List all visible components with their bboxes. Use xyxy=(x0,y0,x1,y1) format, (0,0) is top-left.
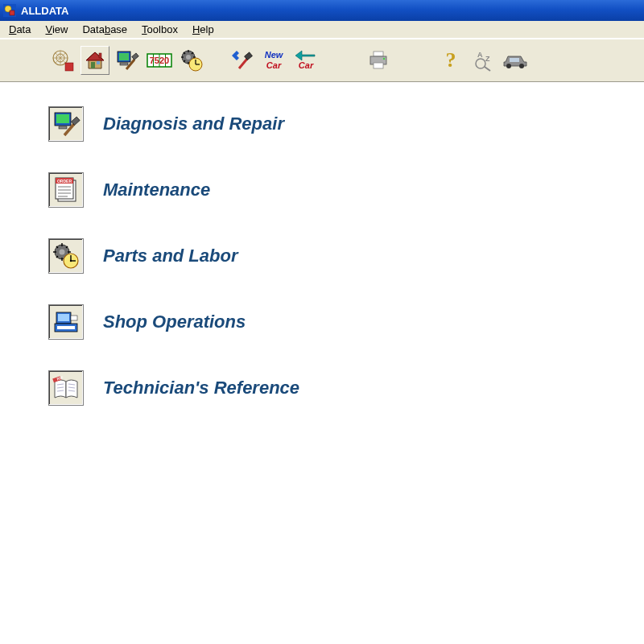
printer-icon xyxy=(367,50,390,71)
svg-point-50 xyxy=(506,64,511,68)
main-item-parts: Parts and Labor xyxy=(48,238,644,274)
svg-text:7520: 7520 xyxy=(150,56,169,65)
menu-data[interactable]: Data xyxy=(2,22,38,37)
new-car-icon: New Car xyxy=(260,48,287,72)
svg-rect-8 xyxy=(91,62,95,68)
svg-rect-82 xyxy=(57,326,75,329)
gear-clock-icon xyxy=(180,48,204,72)
menu-view[interactable]: View xyxy=(38,22,75,37)
svg-rect-54 xyxy=(59,126,67,129)
a-z-search-icon: A Z xyxy=(471,49,495,72)
svg-rect-5 xyxy=(65,63,73,71)
toolbar-code-button[interactable]: 7520 xyxy=(145,46,174,75)
monitor-hammer-icon xyxy=(48,106,84,142)
car-icon xyxy=(502,51,528,70)
svg-rect-10 xyxy=(99,53,101,58)
toolbar: 7520 xyxy=(0,39,644,82)
menu-help[interactable]: Help xyxy=(185,22,221,37)
order-sheet-icon: ORDER xyxy=(48,172,84,208)
svg-rect-53 xyxy=(56,114,69,123)
toolbar-backcar-button[interactable]: Car xyxy=(291,46,320,75)
svg-text:ORDER: ORDER xyxy=(57,179,72,184)
main-link-reference[interactable]: Technician's Reference xyxy=(103,378,299,398)
question-icon: ? xyxy=(442,49,460,72)
home-icon xyxy=(84,49,106,72)
svg-point-66 xyxy=(60,250,65,255)
main-item-diagnosis: Diagnosis and Repair xyxy=(48,106,644,142)
svg-line-48 xyxy=(485,67,490,71)
svg-rect-49 xyxy=(510,58,519,62)
toolbar-globe-button[interactable] xyxy=(113,46,142,75)
toolbar-print-button[interactable] xyxy=(364,46,393,75)
svg-rect-42 xyxy=(374,63,383,68)
svg-rect-83 xyxy=(71,316,77,320)
main-link-maintenance[interactable]: Maintenance xyxy=(103,180,210,200)
toolbar-car-button[interactable] xyxy=(501,46,530,75)
toolbar-timer-button[interactable] xyxy=(177,46,206,75)
svg-point-43 xyxy=(383,58,385,60)
code-7520-icon: 7520 xyxy=(147,50,172,71)
svg-rect-40 xyxy=(374,52,383,56)
svg-rect-80 xyxy=(58,314,69,321)
app-icon xyxy=(3,4,16,17)
toolbar-home-button[interactable] xyxy=(80,46,109,75)
toolbar-help-button[interactable]: ? xyxy=(436,46,465,75)
svg-point-78 xyxy=(70,260,72,262)
svg-rect-9 xyxy=(97,61,100,64)
svg-text:New: New xyxy=(265,50,284,60)
main-item-shop: Shop Operations xyxy=(48,304,644,340)
svg-text:?: ? xyxy=(446,49,456,72)
open-book-icon: REF xyxy=(48,370,84,406)
svg-text:Car: Car xyxy=(266,60,282,70)
hammer-sparks-icon xyxy=(229,48,254,72)
menu-toolbox[interactable]: Toolbox xyxy=(134,22,185,37)
window-title: ALLDATA xyxy=(21,5,68,17)
svg-point-51 xyxy=(519,64,524,68)
svg-marker-34 xyxy=(232,51,239,60)
svg-text:A: A xyxy=(477,51,483,59)
svg-text:Car: Car xyxy=(299,60,314,70)
svg-text:Z: Z xyxy=(485,55,490,63)
svg-rect-13 xyxy=(120,63,128,65)
alldata-logo-icon xyxy=(51,48,75,72)
svg-rect-2 xyxy=(10,10,14,15)
main-link-parts[interactable]: Parts and Labor xyxy=(103,246,237,266)
register-icon xyxy=(48,304,84,340)
main-link-diagnosis[interactable]: Diagnosis and Repair xyxy=(103,114,284,134)
toolbar-az-button[interactable]: A Z xyxy=(469,46,497,75)
globe-hammer-icon xyxy=(115,48,139,72)
menubar: Data View Database Toolbox Help xyxy=(0,21,644,39)
toolbar-hammer-button[interactable] xyxy=(227,46,256,75)
toolbar-logo-button[interactable] xyxy=(48,46,77,75)
svg-point-47 xyxy=(476,59,485,68)
menu-database[interactable]: Database xyxy=(75,22,134,37)
main-link-shop[interactable]: Shop Operations xyxy=(103,312,246,332)
main-content: Diagnosis and Repair ORDER Maintenance xyxy=(0,82,644,406)
svg-point-22 xyxy=(186,55,191,60)
main-item-reference: REF Technician's Reference xyxy=(48,370,644,406)
titlebar: ALLDATA xyxy=(0,0,644,21)
toolbar-newcar-button[interactable]: New Car xyxy=(259,46,288,75)
back-car-icon: Car xyxy=(292,48,320,72)
svg-rect-12 xyxy=(119,53,129,60)
svg-line-35 xyxy=(239,59,247,68)
gear-clock-icon xyxy=(48,238,84,274)
svg-rect-15 xyxy=(132,53,139,60)
main-item-maintenance: ORDER Maintenance xyxy=(48,172,644,208)
